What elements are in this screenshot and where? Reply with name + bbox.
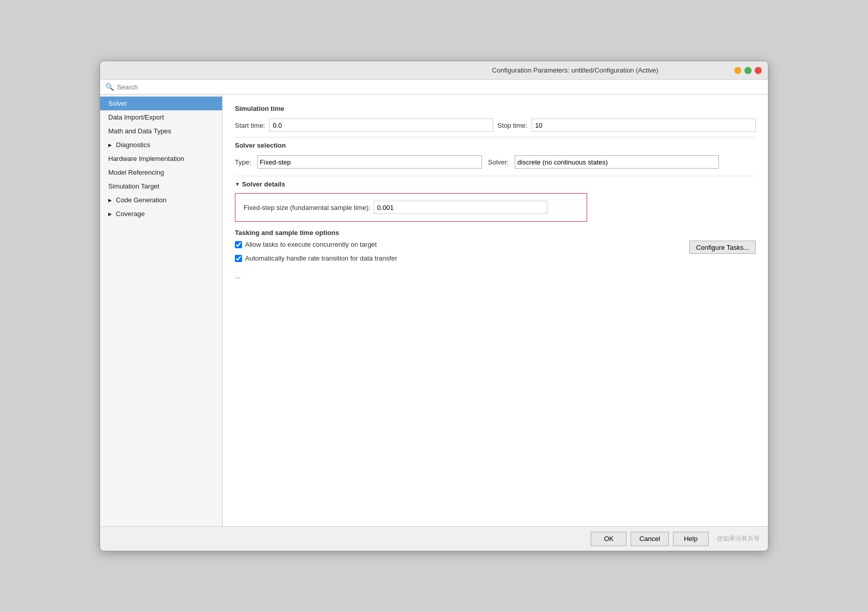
sidebar-label-data-import: Data Import/Export xyxy=(108,113,164,121)
content-panel: Simulation time Start time: Stop time: S… xyxy=(223,95,768,526)
solver-select[interactable]: discrete (no continuous states) xyxy=(515,155,719,169)
start-time-label: Start time: xyxy=(235,122,265,129)
auto-rate-transition-checkbox[interactable] xyxy=(235,255,242,262)
tasking-label: Tasking and sample time options xyxy=(235,229,756,237)
main-content: Solver Data Import/Export Math and Data … xyxy=(100,95,768,526)
help-button[interactable]: Help xyxy=(673,532,709,546)
sidebar-item-code-generation[interactable]: Code Generation xyxy=(100,193,222,207)
simulation-time-title: Simulation time xyxy=(235,105,756,112)
tasking-checkboxes: Allow tasks to execute concurrently on t… xyxy=(235,241,397,265)
configure-tasks-button[interactable]: Configure Tasks... xyxy=(689,241,756,254)
solver-selection-title: Solver selection xyxy=(235,142,756,149)
stop-time-input[interactable] xyxy=(532,119,756,132)
solver-details-header: ▼ Solver details xyxy=(235,180,756,188)
allow-concurrent-label: Allow tasks to execute concurrently on t… xyxy=(245,241,377,248)
tasking-section: Tasking and sample time options Allow ta… xyxy=(235,229,756,265)
solver-selection-row: Type: Fixed-step Solver: discrete (no co… xyxy=(235,155,756,169)
divider-1 xyxy=(235,137,756,137)
ellipsis-text: ... xyxy=(235,272,756,280)
fixed-step-input[interactable] xyxy=(374,201,547,214)
sidebar-item-simulation-target[interactable]: Simulation Target xyxy=(100,179,222,193)
sidebar-label-diagnostics: Diagnostics xyxy=(116,141,150,149)
allow-concurrent-checkbox[interactable] xyxy=(235,241,242,248)
sidebar-label-math: Math and Data Types xyxy=(108,127,171,135)
sidebar-label-model-referencing: Model Referencing xyxy=(108,169,164,176)
close-button[interactable] xyxy=(755,67,762,74)
sidebar-label-coverage: Coverage xyxy=(116,210,144,218)
solver-details-title: Solver details xyxy=(242,180,285,188)
window-title: Configuration Parameters: untitled/Confi… xyxy=(420,66,730,74)
sidebar-item-diagnostics[interactable]: Diagnostics xyxy=(100,138,222,152)
fixed-step-label: Fixed-step size (fundamental sample time… xyxy=(244,204,371,211)
sidebar-label-simulation-target: Simulation Target xyxy=(108,182,159,190)
maximize-button[interactable] xyxy=(744,67,752,74)
sidebar-item-solver[interactable]: Solver xyxy=(100,97,222,110)
collapse-triangle[interactable]: ▼ xyxy=(235,181,240,187)
type-label: Type: xyxy=(235,158,251,166)
footer: OK Cancel Help @如果没有兵哥 xyxy=(100,526,768,551)
type-select-wrapper: Fixed-step xyxy=(257,155,482,169)
titlebar: Configuration Parameters: untitled/Confi… xyxy=(100,61,768,80)
ok-button[interactable]: OK xyxy=(591,532,626,546)
main-window: Configuration Parameters: untitled/Confi… xyxy=(100,61,768,551)
window-controls xyxy=(734,67,762,74)
start-time-input[interactable] xyxy=(269,119,493,132)
checkbox-row-2: Automatically handle rate transition for… xyxy=(235,254,397,262)
auto-rate-transition-label: Automatically handle rate transition for… xyxy=(245,254,397,262)
stop-time-label: Stop time: xyxy=(497,122,527,129)
tasking-row: Allow tasks to execute concurrently on t… xyxy=(235,241,756,265)
sidebar-item-coverage[interactable]: Coverage xyxy=(100,207,222,221)
watermark: @如果没有兵哥 xyxy=(717,534,760,543)
cancel-button[interactable]: Cancel xyxy=(631,532,668,546)
search-bar: 🔍 xyxy=(100,80,768,95)
sidebar-item-data-import-export[interactable]: Data Import/Export xyxy=(100,110,222,124)
solver-select-wrapper: discrete (no continuous states) xyxy=(515,155,719,169)
sidebar-item-model-referencing[interactable]: Model Referencing xyxy=(100,166,222,179)
search-input[interactable] xyxy=(117,83,763,91)
divider-2 xyxy=(235,176,756,176)
checkbox-row-1: Allow tasks to execute concurrently on t… xyxy=(235,241,397,248)
minimize-button[interactable] xyxy=(734,67,741,74)
search-icon: 🔍 xyxy=(105,83,114,91)
sidebar-label-solver: Solver xyxy=(108,100,127,107)
type-select[interactable]: Fixed-step xyxy=(257,155,482,169)
fixed-step-row: Fixed-step size (fundamental sample time… xyxy=(244,201,578,214)
sidebar: Solver Data Import/Export Math and Data … xyxy=(100,95,223,526)
sidebar-item-hardware[interactable]: Hardware Implementation xyxy=(100,152,222,166)
sidebar-item-math-data-types[interactable]: Math and Data Types xyxy=(100,124,222,138)
sidebar-label-hardware: Hardware Implementation xyxy=(108,155,184,162)
simulation-time-row: Start time: Stop time: xyxy=(235,119,756,132)
solver-details-box: Fixed-step size (fundamental sample time… xyxy=(235,193,587,222)
solver-label: Solver: xyxy=(488,158,509,166)
sidebar-label-code-gen: Code Generation xyxy=(116,196,166,204)
